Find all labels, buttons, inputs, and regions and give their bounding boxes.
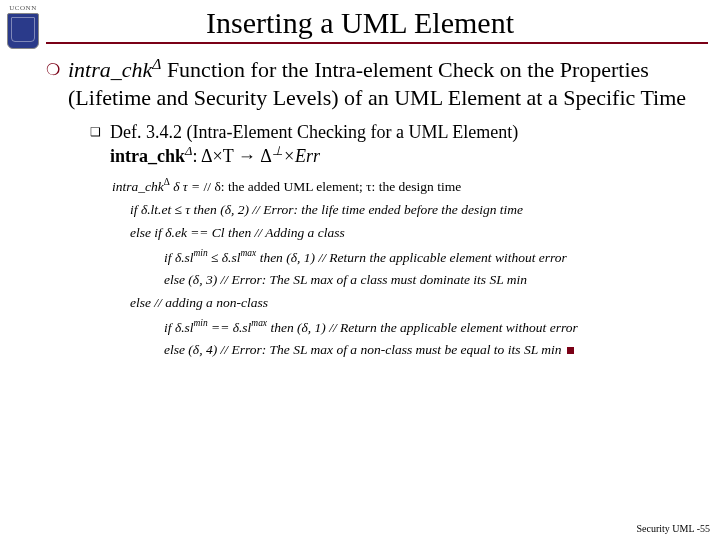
bullet-level1: ❍ intra_chkΔ Function for the Intra-elem… bbox=[46, 54, 706, 111]
c8: else (δ, 4) // Error: The SL max of a no… bbox=[164, 342, 562, 357]
code-line-3: else if δ.ek == Cl then // Adding a clas… bbox=[112, 223, 706, 244]
c4min: min bbox=[194, 248, 208, 258]
c3: else if δ.ek == Cl then // Adding a clas… bbox=[130, 225, 345, 240]
c7a: if δ.sl bbox=[164, 319, 194, 334]
def-line1: Def. 3.4.2 (Intra-Element Checking for a… bbox=[110, 122, 518, 142]
code-line-8: else (δ, 4) // Error: The SL max of a no… bbox=[112, 340, 706, 361]
func-name: intra_chk bbox=[68, 57, 152, 82]
code-line-6: else // adding a non-class bbox=[112, 293, 706, 314]
page-footer: Security UML -55 bbox=[636, 523, 710, 534]
c7min: min bbox=[194, 318, 208, 328]
c7c: then (δ, 1) // Return the applicable ele… bbox=[267, 319, 578, 334]
c4max: max bbox=[241, 248, 257, 258]
logo-text: UCONN bbox=[4, 4, 42, 12]
def-func: intra_chk bbox=[110, 146, 185, 166]
bullet1-rest: Function for the Intra-element Check on … bbox=[68, 57, 686, 110]
c7b: == δ.sl bbox=[208, 319, 252, 334]
c1b: δ τ = bbox=[170, 179, 204, 194]
title-rule bbox=[46, 42, 708, 44]
bullet-level2: ❑ Def. 3.4.2 (Intra-Element Checking for… bbox=[90, 121, 706, 167]
uconn-logo: UCONN bbox=[4, 4, 42, 49]
c5: else (δ, 3) // Error: The SL max of a cl… bbox=[164, 272, 527, 287]
code-line-2: if δ.lt.et ≤ τ then (δ, 2) // Error: the… bbox=[112, 200, 706, 221]
c4b: ≤ δ.sl bbox=[208, 249, 241, 264]
c4c: then (δ, 1) // Return the applicable ele… bbox=[256, 249, 567, 264]
c2: if δ.lt.et ≤ τ then (δ, 2) // Error: the… bbox=[130, 202, 523, 217]
c1a: intra_chk bbox=[112, 179, 164, 194]
content-area: ❍ intra_chkΔ Function for the Intra-elem… bbox=[46, 54, 706, 361]
bullet2-text: Def. 3.4.2 (Intra-Element Checking for a… bbox=[110, 121, 518, 167]
c6: else // adding a non-class bbox=[130, 295, 268, 310]
code-line-5: else (δ, 3) // Error: The SL max of a cl… bbox=[112, 270, 706, 291]
c7max: max bbox=[251, 318, 267, 328]
end-marker-icon bbox=[567, 347, 574, 354]
bullet2-marker: ❑ bbox=[90, 121, 110, 167]
c4a: if δ.sl bbox=[164, 249, 194, 264]
def-perp: ⊥ bbox=[272, 144, 283, 158]
code-line-4: if δ.slmin ≤ δ.slmax then (δ, 1) // Retu… bbox=[112, 246, 706, 268]
bullet1-marker: ❍ bbox=[46, 54, 68, 111]
bullet1-text: intra_chkΔ Function for the Intra-elemen… bbox=[68, 54, 706, 111]
pseudocode: intra_chkΔ δ τ = // δ: the added UML ele… bbox=[112, 175, 706, 361]
def-err: ×Err bbox=[283, 146, 320, 166]
def-sig1: : Δ×T → Δ bbox=[192, 146, 271, 166]
shield-icon bbox=[7, 13, 39, 49]
code-line-7: if δ.slmin == δ.slmax then (δ, 1) // Ret… bbox=[112, 316, 706, 338]
c1c: // δ: the added UML element; τ: the desi… bbox=[204, 179, 462, 194]
code-line-1: intra_chkΔ δ τ = // δ: the added UML ele… bbox=[112, 175, 706, 197]
page-title: Inserting a UML Element bbox=[0, 0, 720, 40]
